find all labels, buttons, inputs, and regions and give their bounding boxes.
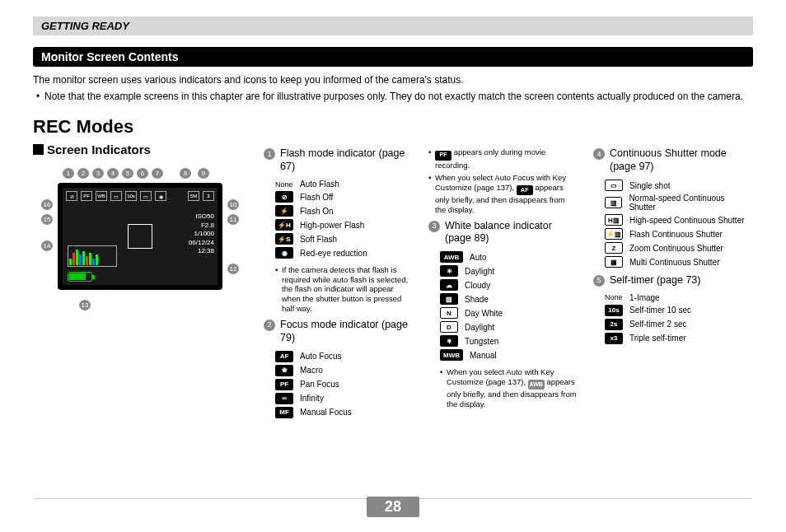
callout-9: 9	[198, 168, 209, 179]
day-white-icon: N	[440, 307, 458, 319]
daylight2-icon: D	[440, 321, 458, 333]
top-icon: ⊘	[66, 191, 77, 201]
timer-10s-icon: 10s	[605, 305, 623, 316]
awb-icon: AWB	[440, 251, 463, 263]
top-icon: ◉	[155, 191, 166, 201]
callout-14: 14	[41, 240, 53, 251]
awb-inline-icon: AWB	[528, 380, 545, 390]
top-icon: WB	[96, 191, 107, 201]
tungsten-icon: ✷	[440, 335, 458, 347]
wb-table: AWBAuto ☀Daylight ☁Cloudy ▧Shade NDay Wh…	[428, 250, 577, 362]
monitor-screen: ⊘ PF WB ▭ 10s ▭ ◉ 5M 3 ISO50 F2.8 1	[58, 183, 222, 290]
callout-2: 2	[77, 168, 89, 179]
soft-flash-icon: ⚡S	[275, 233, 293, 245]
callout-7: 7	[152, 168, 163, 179]
callout-11: 11	[227, 214, 239, 225]
black-square-icon	[33, 144, 44, 155]
flash-off-icon: ⊘	[275, 191, 293, 203]
zoom-cont-icon: Z	[605, 242, 623, 254]
callout-13: 13	[79, 300, 91, 310]
flash-mode-title: 1Flash mode indicator (page 67)	[264, 147, 412, 173]
timer-2s-icon: 2s	[605, 319, 623, 330]
cont-shutter-table: ▭Single shot ▥Normal-speed Continuous Sh…	[593, 179, 750, 269]
intro-text: The monitor screen uses various indicato…	[33, 73, 753, 103]
self-timer-table: None1-Image 10sSelf-timer 10 sec 2sSelf-…	[593, 292, 750, 345]
callout-4: 4	[107, 168, 119, 179]
page-number: 28	[367, 497, 419, 517]
focus-mode-table: AFAuto Focus ❀Macro PFPan Focus ∞Infinit…	[264, 349, 412, 419]
callout-1: 1	[63, 168, 74, 179]
shade-icon: ▧	[440, 293, 458, 305]
macro-icon: ❀	[275, 365, 293, 376]
wb-note: When you select Auto with Key Customize …	[440, 367, 577, 409]
chapter-header: GETTING READY	[33, 16, 753, 35]
callout-3: 3	[92, 168, 104, 179]
flash-cont-icon: ⚡▥	[605, 228, 623, 240]
daylight-icon: ☀	[440, 265, 458, 277]
flash-on-icon: ⚡	[275, 205, 293, 217]
single-shot-icon: ▭	[605, 180, 623, 191]
top-icon: ▭	[110, 191, 122, 201]
wb-title: 3White balance indicator (page 89)	[428, 220, 577, 245]
callout-15: 15	[41, 214, 53, 225]
top-icon: PF	[81, 191, 92, 201]
screen-indicators-heading: Screen Indicators	[33, 142, 247, 156]
cloudy-icon: ☁	[440, 279, 458, 291]
monitor-diagram: 1 2 3 4 5 6 7 8 9 10 11 12 16 15 14 13 ⊘	[33, 165, 239, 317]
intro-line-1: The monitor screen uses various indicato…	[33, 73, 753, 86]
af-inline-icon: AF	[517, 185, 533, 195]
pf-af-notes: PF appears only during movie recording. …	[428, 147, 577, 214]
pf-icon: PF	[275, 379, 293, 390]
rec-modes-heading: REC Modes	[33, 116, 753, 138]
battery-icon	[68, 272, 92, 282]
intro-line-2: Note that the example screens in this ch…	[33, 90, 753, 103]
histogram-icon	[68, 245, 117, 267]
mf-icon: MF	[275, 407, 293, 418]
callout-5: 5	[122, 168, 133, 179]
self-timer-title: 5Self-timer (page 73)	[593, 274, 750, 287]
multi-cont-icon: ▦	[605, 256, 623, 268]
infinity-icon: ∞	[275, 393, 293, 404]
top-icon: ▭	[140, 191, 152, 201]
top-icon: 3	[203, 191, 214, 201]
af-icon: AF	[275, 351, 293, 362]
red-eye-icon: ◉	[275, 247, 293, 259]
normal-cont-icon: ▥	[605, 197, 622, 208]
high-power-flash-icon: ⚡H	[275, 219, 293, 231]
flash-note: If the camera detects that flash is requ…	[275, 265, 412, 314]
callout-12: 12	[227, 264, 239, 274]
callout-8: 8	[180, 168, 191, 179]
callout-10: 10	[227, 199, 239, 210]
pf-inline-icon: PF	[435, 151, 451, 161]
readout: ISO50 F2.8 1/1000 06/12/24 12:38	[189, 212, 214, 255]
top-icon: 5M	[188, 191, 199, 201]
callout-16: 16	[41, 199, 53, 210]
focus-frame-icon	[128, 224, 152, 249]
timer-x3-icon: x3	[605, 333, 623, 344]
flash-mode-table: NoneAuto Flash ⊘Flash Off ⚡Flash On ⚡HHi…	[264, 179, 412, 260]
high-cont-icon: H▥	[605, 214, 623, 226]
section-header: Monitor Screen Contents	[33, 47, 753, 67]
top-icon: 10s	[125, 191, 137, 201]
mwb-icon: MWB	[440, 349, 463, 361]
focus-mode-title: 2Focus mode indicator (page 79)	[264, 319, 412, 344]
callout-6: 6	[137, 168, 148, 179]
cont-shutter-title: 4Continuous Shutter mode (page 97)	[593, 147, 750, 173]
